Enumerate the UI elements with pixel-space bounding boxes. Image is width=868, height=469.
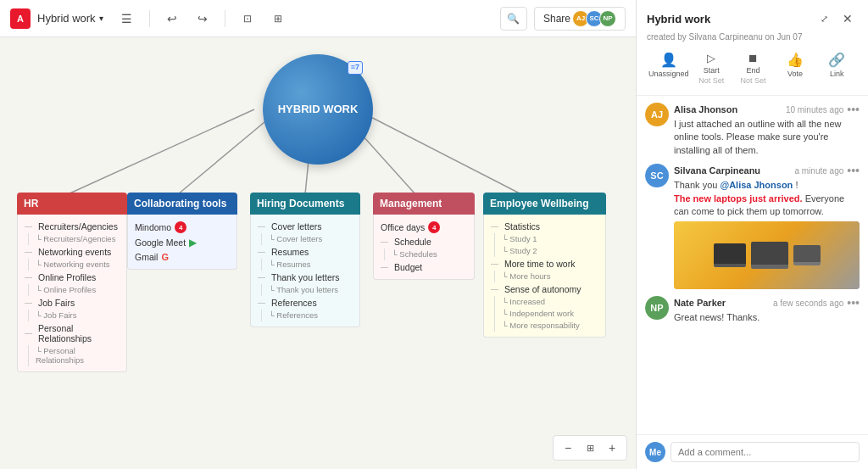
wellbeing-item-stats: Statistics — [491, 220, 598, 233]
share-label: Share — [543, 13, 570, 25]
wellbeing-sub-study2: └ Study 2 — [494, 245, 598, 257]
layout-button[interactable]: ⊞ — [266, 7, 290, 31]
comment-alisa: AJ Alisa Jhonson 10 minutes ago ••• I ju… — [645, 103, 860, 157]
panel-action-link[interactable]: 🔗 Link — [816, 48, 858, 88]
panel-title-row: Hybrid work ⤢ ✕ — [647, 8, 858, 29]
nate-more-button[interactable]: ••• — [847, 296, 860, 310]
alisa-avatar: AJ — [645, 103, 669, 126]
nate-avatar: NP — [645, 296, 669, 320]
collab-card[interactable]: Collaborating tools Mindomo 4 Google Mee… — [127, 193, 237, 270]
frame-button[interactable]: ⊡ — [236, 7, 259, 31]
comments-area: AJ Alisa Jhonson 10 minutes ago ••• I ju… — [637, 96, 868, 434]
panel-actions: 👤 Unassigned ▷ Start Not Set ⏹ End Not S… — [647, 48, 858, 95]
vote-label: Vote — [787, 70, 803, 78]
silvana-time: a minute ago — [794, 166, 843, 176]
hr-card[interactable]: HR Recruiters/Agencies └ Recruiters/Agen… — [17, 193, 127, 372]
wellbeing-sub-morehours: └ More hours — [494, 271, 598, 282]
hr-sub-recruiters: └ Recruiters/Agencies — [28, 233, 120, 245]
central-node-label: HYBRID WORK — [278, 103, 359, 117]
alisa-author: Alisa Jhonson — [674, 104, 737, 114]
mindmap-canvas[interactable]: HYBRID WORK ≡7 HR Recruiters/Agencies └ … — [0, 37, 636, 469]
panel-action-unassigned[interactable]: 👤 Unassigned — [647, 48, 691, 88]
wellbeing-card-header: Employee Wellbeing — [483, 193, 606, 215]
unassigned-icon: 👤 — [660, 52, 677, 68]
start-value: Not Set — [698, 76, 724, 85]
shared-avatars: AJ SC NP — [576, 10, 616, 27]
hiring-item-references: References — [258, 296, 353, 310]
silvana-avatar: SC — [645, 164, 669, 187]
collab-card-header: Collaborating tools — [127, 193, 237, 215]
end-value: Not Set — [741, 76, 766, 85]
alisa-more-button[interactable]: ••• — [847, 103, 860, 116]
alisa-comment-meta: Alisa Jhonson 10 minutes ago ••• — [674, 103, 860, 116]
laptop-3 — [793, 245, 821, 265]
silvana-more-button[interactable]: ••• — [847, 164, 860, 177]
alisa-text: I just attached an outline with all the … — [674, 118, 860, 157]
hiring-item-cover: Cover letters — [258, 220, 353, 233]
hiring-card[interactable]: Hiring Documents Cover letters └ Cover l… — [250, 193, 360, 327]
hiring-card-header: Hiring Documents — [250, 193, 360, 215]
redo-button[interactable]: ↪ — [191, 7, 214, 31]
mgmt-item-budget: Budget — [381, 260, 467, 274]
canvas-area: A Hybrid work ▾ ☰ ↩ ↪ ⊡ ⊞ 🔍 Share AJ SC … — [0, 0, 636, 469]
silvana-comment-meta: Silvana Carpineanu a minute ago ••• — [674, 164, 860, 177]
app-logo: A — [10, 8, 31, 29]
mindomo-badge: 4 — [175, 221, 186, 233]
panel-close-buttons: ⤢ ✕ — [814, 8, 858, 29]
hr-item-profiles: Online Profiles — [25, 271, 120, 284]
mgmt-item-schedule: Schedule — [381, 235, 467, 248]
panel-action-end[interactable]: ⏹ End Not Set — [732, 48, 774, 88]
wellbeing-sub-independent: └ Independent work — [494, 308, 598, 320]
hiring-sub-cover: └ Cover letters — [261, 233, 353, 245]
dropdown-chevron[interactable]: ▾ — [99, 14, 103, 23]
panel-action-vote[interactable]: 👍 Vote — [774, 48, 815, 88]
menu-button[interactable]: ☰ — [115, 7, 139, 31]
wellbeing-sub-increased: └ Increased — [494, 296, 598, 308]
panel-action-start[interactable]: ▷ Start Not Set — [691, 48, 732, 88]
undo-button[interactable]: ↩ — [160, 7, 184, 31]
googlemeet-icon: ▶ — [189, 237, 197, 248]
silvana-author: Silvana Carpineanu — [674, 165, 760, 176]
nate-author: Nate Parker — [674, 298, 726, 308]
panel-header: Hybrid work ⤢ ✕ created by Silvana Carpi… — [637, 0, 868, 96]
silvana-text-before: Thank you — [674, 180, 720, 190]
mgmt-card-header: Management — [373, 193, 475, 215]
zoom-fit-button[interactable]: ⊞ — [581, 438, 599, 457]
zoom-in-button[interactable]: + — [603, 438, 621, 457]
comment-nate: NP Nate Parker a few seconds ago ••• Gre… — [645, 296, 860, 324]
alisa-time: 10 minutes ago — [786, 105, 843, 114]
hr-item-recruiters: Recruiters/Agencies — [25, 220, 120, 233]
start-label: Start — [704, 66, 720, 75]
zoom-out-button[interactable]: − — [559, 438, 577, 457]
nate-text: Great news! Thanks. — [674, 311, 860, 324]
silvana-mention: @Alisa Jhonson — [720, 180, 793, 190]
hiring-item-resumes: Resumes — [258, 245, 353, 259]
share-button[interactable]: Share AJ SC NP — [534, 7, 626, 31]
hr-sub-profiles: └ Online Profiles — [28, 284, 120, 296]
end-label: End — [747, 66, 760, 75]
expand-panel-button[interactable]: ⤢ — [814, 8, 834, 29]
mgmt-item-officedays: Office days 4 — [381, 220, 467, 235]
wellbeing-card-body: Statistics └ Study 1 └ Study 2 More time… — [483, 215, 606, 338]
app-title[interactable]: Hybrid work ▾ — [37, 12, 103, 25]
silvana-image — [674, 221, 860, 289]
search-button[interactable]: 🔍 — [500, 7, 527, 31]
nate-time: a few seconds ago — [773, 299, 843, 308]
nate-comment-meta: Nate Parker a few seconds ago ••• — [674, 296, 860, 310]
wellbeing-card[interactable]: Employee Wellbeing Statistics └ Study 1 … — [483, 193, 606, 338]
comment-input[interactable] — [670, 442, 860, 462]
comment-silvana: SC Silvana Carpineanu a minute ago ••• T… — [645, 164, 860, 289]
input-avatar: Me — [645, 442, 665, 462]
collab-item-googlemeet: Google Meet ▶ — [135, 235, 230, 250]
alisa-comment-content: Alisa Jhonson 10 minutes ago ••• I just … — [674, 103, 860, 157]
central-node[interactable]: HYBRID WORK ≡7 — [263, 54, 373, 165]
hiring-sub-resumes: └ Resumes — [261, 259, 353, 271]
divider-2 — [225, 10, 225, 27]
mgmt-card[interactable]: Management Office days 4 Schedule └ Sche… — [373, 193, 475, 280]
hiring-card-body: Cover letters └ Cover letters Resumes └ … — [250, 215, 360, 327]
close-panel-button[interactable]: ✕ — [837, 8, 858, 29]
wellbeing-sub-responsibility: └ More responsability — [494, 320, 598, 332]
hr-card-header: HR — [17, 193, 127, 215]
link-icon: 🔗 — [828, 52, 845, 68]
zoom-toolbar: − ⊞ + — [553, 435, 627, 461]
